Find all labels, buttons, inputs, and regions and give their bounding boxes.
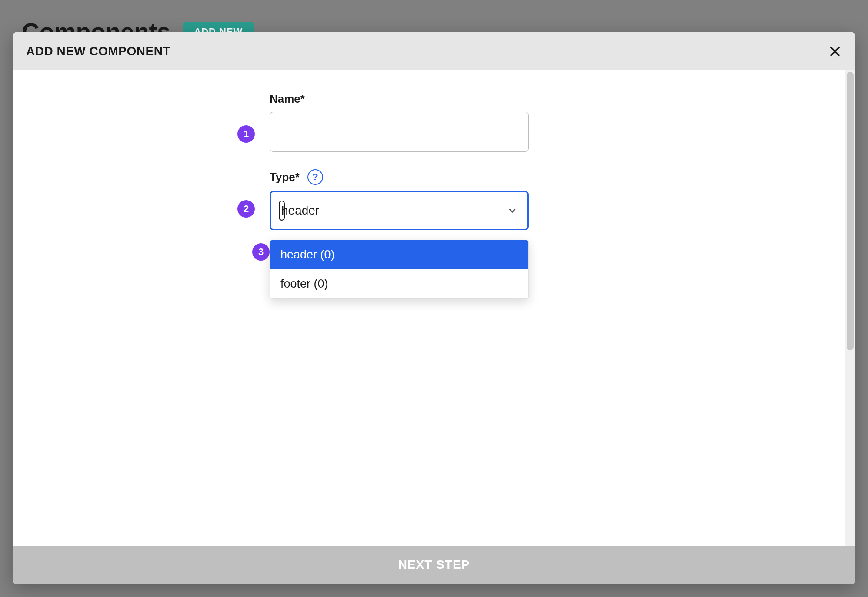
- type-field-group: Type* ? header 3 header (0): [270, 169, 574, 230]
- type-dropdown: header (0) footer (0): [270, 240, 529, 299]
- type-select[interactable]: header: [270, 191, 529, 230]
- step-badge-1: 1: [237, 125, 255, 143]
- modal-title: ADD NEW COMPONENT: [26, 44, 170, 58]
- form-area: 1 Name* 2 Type* ? header: [270, 92, 574, 230]
- text-cursor-icon: [279, 201, 285, 221]
- dropdown-option-header[interactable]: header (0): [270, 240, 528, 269]
- type-label-row: Type* ?: [270, 169, 574, 185]
- name-input[interactable]: [270, 112, 529, 152]
- close-icon[interactable]: [828, 44, 842, 58]
- step-badge-2: 2: [237, 200, 255, 218]
- scrollbar-track[interactable]: [845, 70, 855, 546]
- scrollbar-thumb[interactable]: [847, 72, 854, 350]
- type-label: Type*: [270, 171, 300, 184]
- next-step-button[interactable]: NEXT STEP: [398, 558, 470, 572]
- type-select-value: header: [281, 204, 319, 218]
- name-field-group: Name*: [270, 92, 574, 152]
- modal-header: ADD NEW COMPONENT: [13, 32, 855, 70]
- add-component-modal: ADD NEW COMPONENT 1 Name* 2 Type* ?: [13, 32, 855, 584]
- modal-footer: NEXT STEP: [13, 546, 855, 584]
- dropdown-option-footer[interactable]: footer (0): [270, 269, 528, 298]
- modal-body: 1 Name* 2 Type* ? header: [13, 70, 855, 546]
- name-label: Name*: [270, 92, 574, 106]
- chevron-down-icon[interactable]: [497, 205, 527, 216]
- type-select-value-area[interactable]: header: [271, 192, 497, 229]
- step-badge-3: 3: [252, 243, 270, 261]
- help-icon[interactable]: ?: [307, 169, 323, 185]
